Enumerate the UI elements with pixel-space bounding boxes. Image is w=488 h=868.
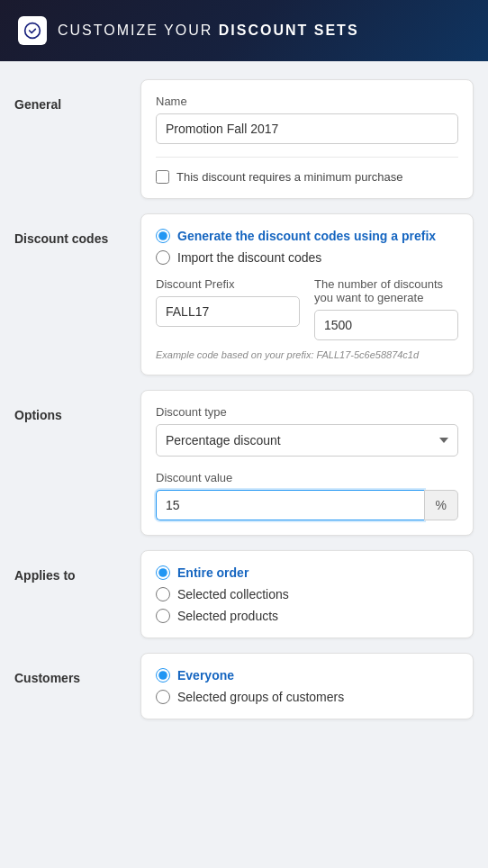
discount-codes-card: Generate the discount codes using a pref… [140, 213, 474, 375]
selected-groups-row: Selected groups of customers [156, 690, 458, 704]
customers-section: Customers Everyone Selected groups of cu… [14, 653, 474, 719]
count-input[interactable] [314, 310, 458, 340]
generate-option-row: Generate the discount codes using a pref… [156, 229, 458, 243]
title-bold: DISCOUNT SETS [219, 23, 359, 38]
generate-radio[interactable] [156, 229, 170, 243]
general-card: Name This discount requires a minimum pu… [140, 79, 474, 199]
prefix-col: Discount Prefix [156, 277, 300, 340]
general-section-label: General [14, 79, 140, 112]
general-section: General Name This discount requires a mi… [14, 79, 474, 199]
discount-value-row: % [156, 490, 458, 520]
name-input[interactable] [156, 113, 458, 144]
svg-point-0 [25, 23, 41, 39]
customers-card: Everyone Selected groups of customers [140, 653, 474, 719]
selected-groups-radio[interactable] [156, 690, 170, 704]
discount-type-select[interactable]: Percentage discount Fixed amount discoun… [156, 424, 458, 457]
count-label: The number of discounts you want to gene… [314, 277, 458, 304]
discount-codes-section: Discount codes Generate the discount cod… [14, 213, 474, 375]
entire-order-label[interactable]: Entire order [177, 565, 249, 580]
discount-type-label: Discount type [156, 405, 458, 419]
customers-section-label: Customers [14, 653, 140, 685]
discount-value-label: Discount value [156, 471, 458, 484]
name-label: Name [156, 95, 458, 108]
app-header: CUSTOMIZE YOUR DISCOUNT SETS [0, 0, 488, 61]
options-section-label: Options [14, 390, 140, 422]
discount-value-suffix: % [424, 490, 458, 520]
everyone-label[interactable]: Everyone [177, 668, 234, 683]
applies-to-label: Applies to [14, 550, 140, 583]
example-code-text: Example code based on your prefix: FALL1… [156, 349, 458, 360]
selected-products-radio[interactable] [156, 609, 170, 623]
discount-value-input[interactable] [156, 490, 424, 520]
app-logo [18, 16, 47, 45]
import-radio-label[interactable]: Import the discount codes [177, 250, 321, 265]
entire-order-row: Entire order [156, 565, 458, 580]
prefix-input[interactable] [156, 296, 300, 327]
title-prefix: CUSTOMIZE YOUR [58, 23, 219, 38]
selected-collections-radio[interactable] [156, 587, 170, 601]
options-section: Options Discount type Percentage discoun… [14, 390, 474, 536]
selected-collections-label[interactable]: Selected collections [177, 587, 289, 601]
everyone-radio[interactable] [156, 668, 170, 683]
applies-to-section: Applies to Entire order Selected collect… [14, 550, 474, 638]
minimum-purchase-row: This discount requires a minimum purchas… [156, 170, 458, 184]
selected-collections-row: Selected collections [156, 587, 458, 601]
count-col: The number of discounts you want to gene… [314, 277, 458, 340]
entire-order-radio[interactable] [156, 565, 170, 580]
prefix-label: Discount Prefix [156, 277, 300, 291]
import-radio[interactable] [156, 250, 170, 265]
selected-products-label[interactable]: Selected products [177, 609, 278, 623]
prefix-count-row: Discount Prefix The number of discounts … [156, 277, 458, 340]
generate-radio-label[interactable]: Generate the discount codes using a pref… [177, 229, 436, 243]
minimum-purchase-checkbox[interactable] [156, 170, 169, 184]
selected-products-row: Selected products [156, 609, 458, 623]
applies-to-card: Entire order Selected collections Select… [140, 550, 474, 638]
app-title: CUSTOMIZE YOUR DISCOUNT SETS [58, 23, 359, 39]
divider [156, 157, 458, 158]
discount-codes-label: Discount codes [14, 213, 140, 246]
options-card: Discount type Percentage discount Fixed … [140, 390, 474, 536]
import-option-row: Import the discount codes [156, 250, 458, 265]
page-content: General Name This discount requires a mi… [0, 61, 488, 752]
everyone-row: Everyone [156, 668, 458, 683]
selected-groups-label[interactable]: Selected groups of customers [177, 690, 344, 704]
minimum-purchase-label[interactable]: This discount requires a minimum purchas… [176, 170, 402, 184]
